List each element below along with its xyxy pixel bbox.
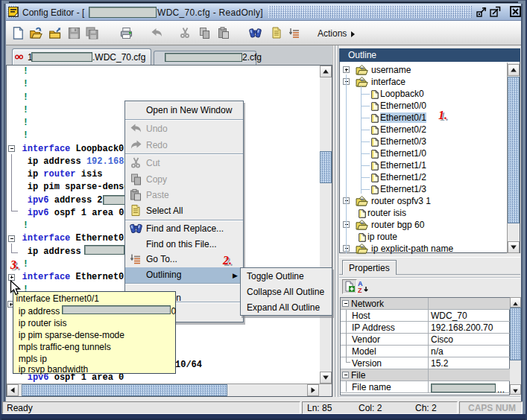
svg-text:Z: Z xyxy=(358,287,362,293)
